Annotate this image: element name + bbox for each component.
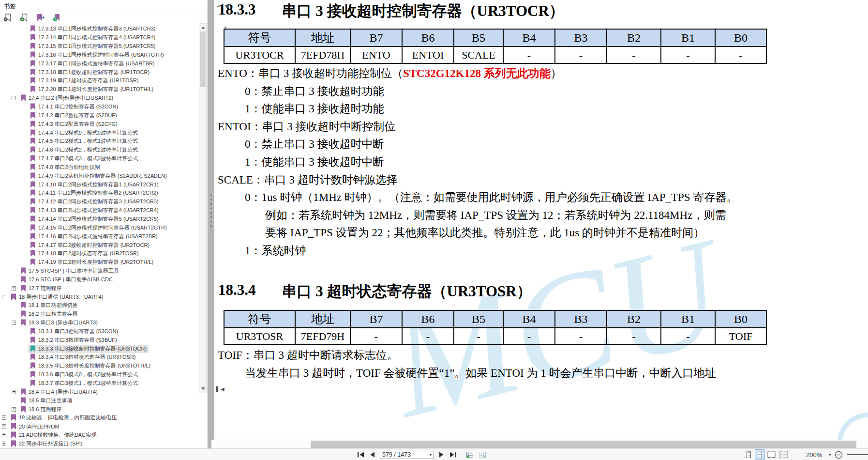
bookmark-item[interactable]: 17.4.3 串口2配置寄存器 (S2CFG)	[0, 120, 198, 128]
bookmark-item[interactable]: 17.4.11 串口2同步模式控制寄存器2 (USART2CR2)	[0, 189, 198, 198]
bookmark-item[interactable]: 17.4.4 串口2模式0，模式0波特率计算公式	[0, 128, 198, 137]
bookmark-node[interactable]: 18.3.5 串口3超时长度控制寄存器 (UR3TOTH/L)	[28, 362, 152, 370]
first-page-icon[interactable]	[357, 452, 364, 458]
bookmark-node[interactable]: 17.4.14 串口2同步模式控制寄存器5 (USART2CR5)	[28, 215, 161, 223]
bookmark-item[interactable]: 17.4.18 串口2超时状态寄存器 (UR2TOSR)	[0, 249, 198, 258]
bookmark-node[interactable]: 18.5 串口注意事项	[18, 397, 74, 405]
bookmark-node[interactable]: 20 IAP/EEPROM	[9, 422, 61, 430]
zoom-out-icon[interactable]	[835, 451, 843, 459]
bookmark-item[interactable]: 17.4.7 串口2模式3，模式3波特率计算公式	[0, 154, 198, 163]
expand-node-icon[interactable]: +	[12, 407, 16, 412]
bookmark-node[interactable]: 17.6 STC-ISP | 串口助手/USB-CDC	[18, 276, 115, 284]
collapse-node-icon[interactable]: -	[12, 96, 16, 100]
expand-node-icon[interactable]: +	[2, 415, 6, 420]
bookmark-item[interactable]: 18.3.3 串口3接收超时控制寄存器 (UR3TOCR)	[0, 344, 198, 353]
bookmark-node[interactable]: 17.3.15 串口1同步模式控制寄存器5 (USARTCR5)	[28, 42, 157, 50]
bookmark-node[interactable]: 18.3.1 串口3控制寄存器 (S3CON)	[28, 327, 120, 336]
bookmark-node[interactable]: 18.3.4 串口3超时状态寄存器 (UR3TOSR)	[28, 353, 138, 361]
bookmark-item[interactable]: 18.1 串口功能脚切换	[0, 301, 198, 310]
bookmark-item[interactable]: 17.4.2 串口2数据寄存器 (S2BUF)	[0, 111, 198, 120]
horizontal-scrollbar[interactable]	[211, 440, 868, 448]
bookmark-item[interactable]: -18.3 串口3 (异步串口UART3)	[0, 319, 198, 327]
bookmarks-scrollbar[interactable]	[199, 23, 207, 393]
zoom-dropdown-caret-icon[interactable]: ▾	[829, 453, 831, 457]
bookmark-item[interactable]: 18.3.2 串口3数据寄存器 (S3BUF)	[0, 336, 198, 344]
bookmark-item[interactable]: 17.4.10 串口2同步模式控制寄存器1 (USART2CR1)	[0, 180, 198, 189]
bookmark-item[interactable]: 17.4.19 串口2超时长度控制寄存器 (UR2TOTH/L)	[0, 258, 198, 267]
bookmark-node[interactable]: 17.4.5 串口2模式1，模式1波特率计算公式	[28, 137, 140, 145]
bookmark-node[interactable]: 18.2 串口相关寄存器	[18, 310, 79, 318]
document-hscroll-strip[interactable]: ◀	[214, 385, 868, 393]
bookmark-item[interactable]: +21 ADC模数转换、传统DAC实现	[0, 431, 198, 440]
bookmark-node[interactable]: 19 比较器，掉电检测，内部固定比较电压	[9, 414, 119, 422]
bookmark-node[interactable]: 17.4.13 串口2同步模式控制寄存器4 (USART2CR4)	[28, 206, 161, 215]
bookmark-item[interactable]: 17.4.13 串口2同步模式控制寄存器4 (USART2CR4)	[0, 206, 198, 215]
scrollbar-thumb[interactable]	[200, 31, 206, 87]
bookmark-node[interactable]: 18 异步串口通信 (UART3、UART4)	[9, 293, 105, 301]
bookmark-node[interactable]: 17.4.1 串口2控制寄存器 (S2CON)	[28, 103, 120, 111]
bookmark-item[interactable]: 18.3.5 串口3超时长度控制寄存器 (UR3TOTH/L)	[0, 362, 198, 370]
bookmark-node[interactable]: 17.4.16 串口2同步模式波特率寄存器 (USART2BR)	[28, 232, 160, 241]
bookmark-node[interactable]: 17.4.10 串口2同步模式控制寄存器1 (USART2CR1)	[28, 181, 161, 189]
expand-node-icon[interactable]: +	[12, 390, 16, 394]
bookmark-item[interactable]: -18 异步串口通信 (UART3、UART4)	[0, 292, 198, 301]
new-bookmark-icon[interactable]	[20, 14, 28, 22]
bookmark-node[interactable]: 17.3.19 串口1超时状态寄存器 (UR1TOSR)	[28, 77, 141, 85]
bookmark-node[interactable]: 17.5 STC-ISP | 串口波特率计算器工具	[18, 267, 121, 275]
bookmark-item[interactable]: +18.4 串口4 (异步串口UART4)	[0, 387, 198, 396]
bookmark-item[interactable]: 17.3.13 串口1同步模式控制寄存器3 (USARTCR3)	[0, 25, 198, 33]
bookmark-node[interactable]: 17.4 串口2 (同步/异步串口USART2)	[18, 94, 115, 102]
facing-pages-layout-icon[interactable]	[766, 450, 777, 460]
bookmark-item[interactable]: 17.4.5 串口2模式1，模式1波特率计算公式	[0, 137, 198, 146]
expand-node-icon[interactable]: +	[2, 433, 6, 437]
go-to-bookmark-icon[interactable]	[36, 14, 45, 22]
zoom-level[interactable]: 200%	[806, 451, 822, 459]
bookmark-node[interactable]: 18.3.6 串口3模式0，模式0波特率计算公式	[28, 370, 140, 379]
single-page-layout-icon[interactable]	[744, 450, 753, 460]
expand-bookmarks-icon[interactable]	[53, 14, 61, 22]
bookmark-node[interactable]: 17.3.17 串口1同步模式波特率寄存器 (USARTBR)	[28, 60, 157, 68]
delete-bookmark-icon[interactable]	[3, 14, 12, 22]
bookmark-node[interactable]: 17.3.20 串口1超时长度控制寄存器 (UR1TOTH/L)	[28, 85, 155, 93]
bookmark-node[interactable]: 17.4.7 串口2模式3，模式3波特率计算公式	[28, 154, 140, 163]
bookmark-node[interactable]: 17.4.11 串口2同步模式控制寄存器2 (USART2CR2)	[28, 189, 160, 197]
bookmark-item[interactable]: 17.3.19 串口1超时状态寄存器 (UR1TOSR)	[0, 77, 198, 85]
horizontal-scrollbar-thumb[interactable]	[311, 441, 856, 448]
expand-node-icon[interactable]: +	[2, 442, 6, 446]
bookmark-item[interactable]: 17.3.16 串口1同步模式保护时间寄存器 (USARTGTR)	[0, 51, 198, 60]
bookmark-item[interactable]: 18.3.7 串口3模式1，模式1波特率计算公式	[0, 379, 198, 388]
bookmark-node[interactable]: 17.4.17 串口2接收超时控制寄存器 (UR2TOCR)	[28, 241, 151, 249]
bookmark-node[interactable]: 17.4.8 串口2自动地址识别	[28, 163, 102, 171]
bookmark-item[interactable]: 17.3.20 串口1超时长度控制寄存器 (UR1TOTH/L)	[0, 85, 198, 94]
bookmark-item[interactable]: +20 IAP/EEPROM	[0, 422, 198, 431]
bookmark-node[interactable]: 21 ADC模数转换、传统DAC实现	[9, 431, 98, 439]
page-dropdown-caret-icon[interactable]: ▾	[430, 453, 432, 457]
bookmark-node[interactable]: 17.4.2 串口2数据寄存器 (S2BUF)	[28, 111, 119, 120]
expand-node-icon[interactable]: +	[12, 286, 16, 291]
bookmark-node[interactable]: 22 同步串行外设接口 (SPI)	[9, 440, 84, 448]
collapse-panel-chevrons-icon[interactable]: »	[217, 2, 220, 8]
bookmark-item[interactable]: 17.3.18 串口1接收超时控制寄存器 (UR1TOCR)	[0, 68, 198, 77]
bookmark-node[interactable]: 17.3.14 串口1同步模式控制寄存器4 (USARTCR4)	[28, 33, 157, 42]
last-page-icon[interactable]	[449, 452, 457, 458]
bookmark-item[interactable]: +18.6 范例程序	[0, 405, 198, 414]
bookmark-node[interactable]: 17.4.18 串口2超时状态寄存器 (UR2TOSR)	[28, 249, 141, 258]
bookmark-item[interactable]: 17.3.14 串口1同步模式控制寄存器4 (USARTCR4)	[0, 33, 198, 42]
continuous-layout-icon[interactable]	[755, 450, 764, 460]
bookmark-item[interactable]: +19 比较器，掉电检测，内部固定比较电压	[0, 414, 198, 422]
bookmark-item[interactable]: 17.4.9 串口2从机地址控制寄存器 (S2ADDR, S2ADEN)	[0, 171, 198, 180]
panel-splitter[interactable]	[208, 0, 214, 448]
scrollbar-up-icon[interactable]	[201, 26, 205, 29]
bookmark-item[interactable]: 17.4.12 串口2同步模式控制寄存器3 (USART2CR3)	[0, 198, 198, 206]
bookmark-node[interactable]: 17.4.3 串口2配置寄存器 (S2CFG)	[28, 120, 120, 128]
bookmark-node[interactable]: 17.4.15 串口2同步模式保护时间寄存器 (USART2GTR)	[28, 224, 169, 232]
zoom-slider[interactable]	[847, 454, 868, 455]
bookmark-node[interactable]: 18.3.2 串口3数据寄存器 (S3BUF)	[28, 336, 119, 344]
expand-node-icon[interactable]: +	[2, 424, 6, 429]
bookmark-node[interactable]: 18.1 串口功能脚切换	[18, 301, 79, 309]
bookmark-node[interactable]: 17.3.16 串口1同步模式保护时间寄存器 (USARTGTR)	[28, 51, 166, 59]
bookmark-item[interactable]: 18.3.4 串口3超时状态寄存器 (UR3TOSR)	[0, 353, 198, 362]
bookmark-node[interactable]: 18.4 串口4 (异步串口UART4)	[18, 388, 100, 396]
collapse-node-icon[interactable]: -	[2, 295, 6, 299]
bookmark-node[interactable]: 17.4.19 串口2超时长度控制寄存器 (UR2TOTH/L)	[28, 258, 155, 266]
